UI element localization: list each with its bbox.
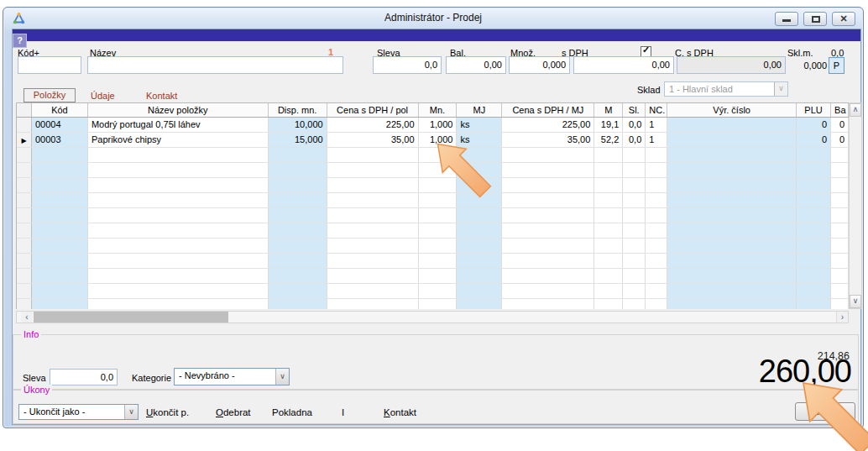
- table-cell[interactable]: [269, 299, 327, 309]
- table-cell[interactable]: [797, 284, 831, 298]
- table-cell[interactable]: [594, 299, 623, 309]
- table-cell[interactable]: [269, 239, 327, 253]
- table-cell[interactable]: [623, 254, 646, 268]
- table-cell[interactable]: [88, 269, 269, 283]
- table-cell[interactable]: [32, 178, 88, 192]
- table-cell[interactable]: [594, 254, 623, 268]
- tab-polozky[interactable]: Položky: [24, 88, 76, 102]
- table-cell[interactable]: 1: [646, 118, 667, 132]
- table-row[interactable]: 00004Modrý portugal 0,75l láhev10,000225…: [17, 118, 849, 133]
- table-cell[interactable]: [88, 148, 269, 162]
- table-row[interactable]: [17, 178, 849, 193]
- table-cell[interactable]: [831, 239, 849, 253]
- table-cell[interactable]: [831, 299, 849, 309]
- column-header[interactable]: PLU: [797, 103, 831, 117]
- column-header[interactable]: Mn.: [419, 103, 458, 117]
- row-marker-cell[interactable]: [17, 284, 32, 298]
- table-cell[interactable]: [646, 193, 667, 207]
- table-cell[interactable]: [327, 239, 419, 253]
- table-cell[interactable]: [88, 193, 269, 207]
- table-row[interactable]: [17, 193, 849, 208]
- table-cell[interactable]: [327, 208, 419, 223]
- table-cell[interactable]: [88, 284, 269, 298]
- table-cell[interactable]: [269, 284, 327, 298]
- table-cell[interactable]: [327, 163, 419, 177]
- table-cell[interactable]: [831, 284, 849, 298]
- row-marker-cell[interactable]: [17, 239, 32, 253]
- table-cell[interactable]: [327, 269, 419, 283]
- column-header[interactable]: MJ: [457, 103, 502, 117]
- table-cell[interactable]: [797, 148, 831, 162]
- table-cell[interactable]: [327, 223, 419, 238]
- table-cell[interactable]: [419, 178, 458, 192]
- table-cell[interactable]: [457, 269, 502, 283]
- table-cell[interactable]: [327, 284, 419, 298]
- table-cell[interactable]: 0: [797, 133, 831, 147]
- table-cell[interactable]: [667, 299, 797, 309]
- zavrit-button[interactable]: Zavřít: [795, 402, 855, 421]
- table-cell[interactable]: [623, 223, 646, 238]
- table-cell[interactable]: [327, 299, 419, 309]
- table-row[interactable]: [17, 284, 849, 299]
- table-cell[interactable]: [623, 148, 646, 162]
- table-cell[interactable]: [831, 254, 849, 268]
- table-cell[interactable]: [502, 223, 594, 238]
- table-cell[interactable]: ks: [457, 133, 502, 147]
- table-cell[interactable]: [594, 163, 623, 177]
- table-cell[interactable]: [797, 208, 831, 223]
- table-cell[interactable]: [88, 239, 269, 253]
- table-cell[interactable]: [502, 193, 594, 207]
- row-marker-cell[interactable]: [17, 254, 32, 268]
- table-cell[interactable]: [419, 208, 458, 223]
- table-cell[interactable]: [623, 178, 646, 192]
- table-cell[interactable]: [32, 193, 88, 207]
- kod-input[interactable]: [18, 56, 81, 74]
- table-cell[interactable]: [667, 178, 797, 192]
- table-cell[interactable]: [88, 299, 269, 309]
- table-cell[interactable]: [32, 223, 88, 238]
- table-row[interactable]: [17, 239, 849, 254]
- sleva-input[interactable]: 0,0: [373, 56, 442, 74]
- table-cell[interactable]: 1,000: [419, 133, 458, 147]
- kategorie-combobox[interactable]: - Nevybráno - ∨: [174, 368, 290, 385]
- ukoncit-jako-combobox[interactable]: - Ukončit jako - ∨: [18, 404, 139, 420]
- chevron-down-icon[interactable]: ∨: [774, 82, 787, 96]
- table-cell[interactable]: [646, 254, 667, 268]
- table-cell[interactable]: Modrý portugal 0,75l láhev: [88, 118, 269, 132]
- table-cell[interactable]: [797, 269, 831, 283]
- table-cell[interactable]: [32, 269, 88, 283]
- table-cell[interactable]: [797, 254, 831, 268]
- table-cell[interactable]: [327, 254, 419, 268]
- table-cell[interactable]: [667, 118, 797, 132]
- table-cell[interactable]: [419, 299, 458, 309]
- table-cell[interactable]: [88, 163, 269, 177]
- table-cell[interactable]: [594, 208, 623, 223]
- table-cell[interactable]: [831, 223, 849, 238]
- scroll-up-icon[interactable]: ∧: [850, 103, 861, 117]
- table-cell[interactable]: [32, 163, 88, 177]
- row-marker-cell[interactable]: [17, 269, 32, 283]
- table-cell[interactable]: [667, 269, 797, 283]
- row-marker-cell[interactable]: [17, 118, 32, 132]
- titlebar[interactable]: Administrátor - Prodej ✕: [3, 8, 863, 29]
- table-cell[interactable]: [667, 254, 797, 268]
- table-cell[interactable]: [831, 193, 849, 207]
- horizontal-scroll-thumb[interactable]: [34, 312, 228, 323]
- table-cell[interactable]: [457, 239, 502, 253]
- table-cell[interactable]: [646, 223, 667, 238]
- table-cell[interactable]: [419, 239, 458, 253]
- table-cell[interactable]: [502, 299, 594, 309]
- column-header[interactable]: Disp. mn.: [269, 103, 327, 117]
- table-cell[interactable]: 19,1: [594, 118, 623, 132]
- table-cell[interactable]: 225,00: [327, 118, 419, 132]
- table-cell[interactable]: [419, 163, 458, 177]
- horizontal-scrollbar[interactable]: ‹ ›: [16, 311, 849, 323]
- table-cell[interactable]: [797, 299, 831, 309]
- action-item[interactable]: Pokladna: [272, 407, 312, 417]
- column-header[interactable]: Výr. číslo: [667, 103, 797, 117]
- table-cell[interactable]: 00003: [32, 133, 88, 147]
- table-cell[interactable]: 00004: [32, 118, 88, 132]
- column-header[interactable]: M: [594, 103, 623, 117]
- chevron-down-icon[interactable]: ∨: [275, 369, 289, 385]
- table-cell[interactable]: [457, 284, 502, 298]
